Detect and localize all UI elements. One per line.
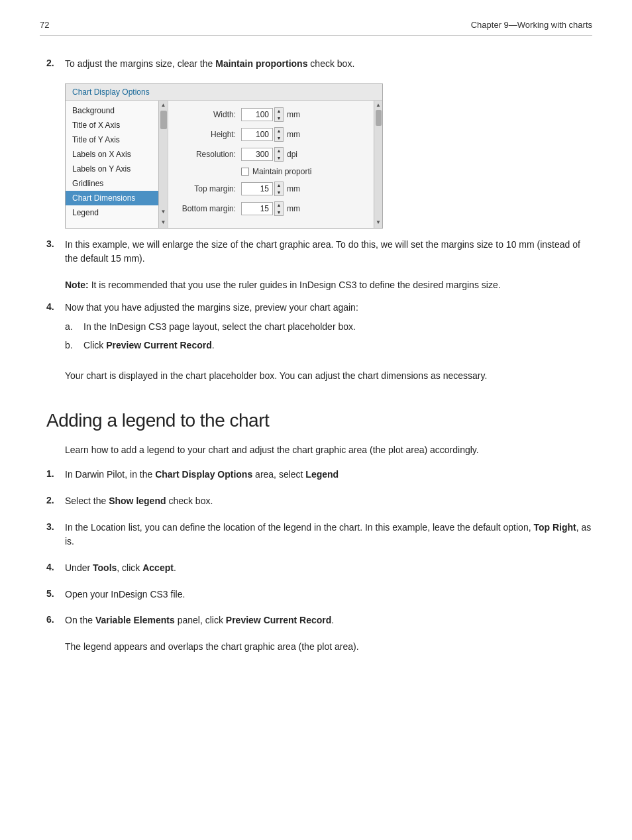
list-item-background: Background bbox=[66, 103, 168, 118]
ss1-bold1: Chart Display Options bbox=[155, 469, 252, 480]
ss4-mid: , click bbox=[117, 562, 142, 573]
ss2-after: check box. bbox=[166, 496, 213, 506]
resolution-label: Resolution: bbox=[176, 150, 236, 159]
height-spinner[interactable]: ▲ ▼ bbox=[274, 127, 284, 142]
sub-step-b-before: Click bbox=[83, 340, 106, 350]
section-step-1-text: In Darwin Pilot, in the Chart Display Op… bbox=[65, 468, 592, 482]
content-area: 2. To adjust the margins size, clear the… bbox=[40, 57, 592, 655]
form-scrollbar: ▲ ▼ bbox=[374, 101, 382, 228]
ss6-bold1: Variable Elements bbox=[95, 615, 175, 625]
followup-step4: Your chart is displayed in the chart pla… bbox=[65, 369, 592, 384]
note-text: It is recommended that you use the ruler… bbox=[89, 280, 501, 290]
section-step-5: 5. Open your InDesign CS3 file. bbox=[46, 588, 592, 602]
ss2-before: Select the bbox=[65, 496, 109, 506]
bottom-margin-up: ▲ bbox=[277, 202, 282, 208]
sub-step-b: b. Click Preview Current Record. bbox=[65, 339, 592, 353]
section-step-4-text: Under Tools, click Accept. bbox=[65, 561, 592, 576]
sub-step-b-label: b. bbox=[65, 339, 83, 353]
ss1-before: In Darwin Pilot, in the bbox=[65, 469, 155, 480]
width-row: Width: 100 ▲ ▼ mm ▲ ▼ bbox=[176, 107, 374, 122]
section-intro: Learn how to add a legend to your chart … bbox=[65, 443, 592, 458]
section-followup: The legend appears and overlaps the char… bbox=[65, 640, 592, 655]
resolution-spinner[interactable]: ▲ ▼ bbox=[274, 147, 284, 162]
note-label: Note: bbox=[65, 280, 89, 290]
section-step-3-number: 3. bbox=[46, 521, 65, 532]
section-step-2-number: 2. bbox=[46, 494, 65, 505]
width-label: Width: bbox=[176, 110, 236, 119]
page-container: 72 Chapter 9—Working with charts 2. To a… bbox=[0, 0, 632, 840]
section-step-2: 2. Select the Show legend check box. bbox=[46, 494, 592, 509]
section-step-4-number: 4. bbox=[46, 561, 65, 572]
ss3-bold: Top Right bbox=[533, 522, 576, 533]
ss4-after: . bbox=[174, 562, 176, 573]
step-2-bold: Maintain proportions bbox=[215, 58, 307, 69]
width-down: ▼ bbox=[277, 115, 282, 121]
ss6-after: . bbox=[331, 615, 334, 625]
step-4-main-text: Now that you have adjusted the margins s… bbox=[65, 302, 358, 313]
top-margin-value: 15 bbox=[241, 182, 273, 195]
top-margin-spinner[interactable]: ▲ ▼ bbox=[274, 182, 284, 196]
section-heading: Adding a legend to the chart bbox=[46, 410, 592, 431]
page-header: 72 Chapter 9—Working with charts bbox=[40, 20, 592, 36]
ss2-bold: Show legend bbox=[109, 496, 166, 506]
width-up: ▲ bbox=[277, 108, 282, 114]
step-2-text-after: check box. bbox=[307, 58, 354, 69]
top-margin-label: Top margin: bbox=[176, 184, 236, 193]
sub-step-a: a. In the InDesign CS3 page layout, sele… bbox=[65, 320, 592, 335]
section-step-5-number: 5. bbox=[46, 588, 65, 599]
ss3-before: In the Location list, you can define the… bbox=[65, 522, 533, 533]
section-step-6-text: On the Variable Elements panel, click Pr… bbox=[65, 613, 592, 628]
list-scrollbar: ▲ ▼ ▼ bbox=[158, 101, 168, 228]
width-spinner[interactable]: ▲ ▼ bbox=[274, 107, 284, 122]
ss4-bold1: Tools bbox=[93, 562, 117, 573]
step-3: 3. In this example, we will enlarge the … bbox=[46, 238, 592, 266]
section-step-1-number: 1. bbox=[46, 468, 65, 479]
section-step-5-text: Open your InDesign CS3 file. bbox=[65, 588, 592, 602]
bottom-margin-down: ▼ bbox=[277, 209, 282, 215]
step-2-number: 2. bbox=[46, 57, 65, 68]
chapter-title: Chapter 9—Working with charts bbox=[471, 20, 592, 30]
bottom-margin-value: 15 bbox=[241, 202, 273, 215]
sub-step-b-text: Click Preview Current Record. bbox=[83, 339, 215, 353]
section-step-6-number: 6. bbox=[46, 613, 65, 625]
sub-step-a-label: a. bbox=[65, 320, 83, 335]
dialog-form-panel: Width: 100 ▲ ▼ mm ▲ ▼ bbox=[168, 101, 382, 228]
maintain-proportion-row: Maintain proporti bbox=[241, 167, 374, 176]
bottom-margin-label: Bottom margin: bbox=[176, 204, 236, 213]
step-3-number: 3. bbox=[46, 238, 65, 249]
list-item-legend: Legend bbox=[66, 205, 168, 220]
top-margin-down: ▼ bbox=[277, 189, 282, 195]
maintain-checkbox[interactable] bbox=[241, 168, 249, 176]
resolution-unit: dpi bbox=[287, 150, 297, 159]
bottom-margin-spinner[interactable]: ▲ ▼ bbox=[274, 201, 284, 216]
step-4-number: 4. bbox=[46, 301, 65, 312]
ss4-bold2: Accept bbox=[142, 562, 174, 573]
scroll-bottom-arrow: ▼ bbox=[161, 219, 166, 225]
form-scroll-down: ▼ bbox=[376, 219, 381, 225]
list-item-gridlines: Gridlines bbox=[66, 176, 168, 191]
top-margin-row: Top margin: 15 ▲ ▼ mm bbox=[176, 182, 374, 196]
ss6-bold2: Preview Current Record bbox=[226, 615, 332, 625]
form-scroll-up: ▲ bbox=[376, 101, 381, 108]
ss6-mid: panel, click bbox=[175, 615, 226, 625]
step-4: 4. Now that you have adjusted the margin… bbox=[46, 301, 592, 357]
list-item-labels-x: Labels on X Axis bbox=[66, 147, 168, 162]
step-2-text: To adjust the margins size, clear the Ma… bbox=[65, 57, 592, 72]
height-label: Height: bbox=[176, 130, 236, 139]
step-2: 2. To adjust the margins size, clear the… bbox=[46, 57, 592, 72]
scroll-thumb bbox=[160, 111, 167, 129]
ss4-before: Under bbox=[65, 562, 93, 573]
form-scroll-thumb bbox=[376, 110, 382, 126]
top-margin-unit: mm bbox=[287, 184, 300, 193]
resolution-up: ▲ bbox=[277, 148, 282, 154]
list-item-title-x: Title of X Axis bbox=[66, 118, 168, 132]
scroll-down-arrow: ▼ bbox=[161, 209, 166, 215]
sub-step-a-text: In the InDesign CS3 page layout, select … bbox=[83, 320, 356, 335]
dialog-body: Background Title of X Axis Title of Y Ax… bbox=[66, 101, 382, 228]
section-step-4: 4. Under Tools, click Accept. bbox=[46, 561, 592, 576]
dialog-list-panel: Background Title of X Axis Title of Y Ax… bbox=[66, 101, 168, 228]
section-step-1: 1. In Darwin Pilot, in the Chart Display… bbox=[46, 468, 592, 482]
list-item-chart-dimensions: Chart Dimensions bbox=[66, 191, 168, 205]
resolution-down: ▼ bbox=[277, 155, 282, 161]
dialog-title-bar: Chart Display Options bbox=[66, 84, 382, 101]
